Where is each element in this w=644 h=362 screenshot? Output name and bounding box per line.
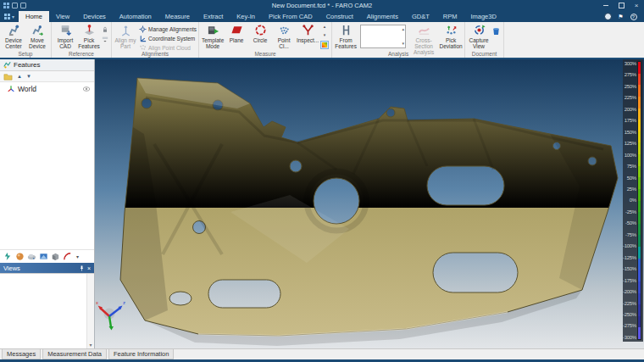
ribbon-tab[interactable]: Construct (319, 11, 360, 22)
list-scroll-up[interactable]: ▴ (402, 27, 405, 31)
restore-button[interactable] (613, 0, 629, 11)
ribbon-tab[interactable]: Extract (197, 11, 230, 22)
help-icon[interactable]: ? (630, 14, 637, 20)
pick-features-button[interactable]: Pick Features (77, 23, 101, 49)
views-scrollbar[interactable]: ▾ (86, 274, 94, 348)
chevron-down-icon: ▾ (12, 14, 14, 19)
template-mode-icon (207, 24, 219, 36)
status-tab[interactable]: Messages (2, 349, 41, 359)
auto-feature-icon[interactable] (3, 252, 13, 261)
curve-icon[interactable] (63, 252, 72, 261)
list-scroll-down[interactable]: ▾ (402, 42, 405, 46)
cross-section-analysis-icon (418, 24, 430, 36)
ribbon-tab[interactable]: GD&T (405, 11, 436, 22)
from-features-button[interactable]: From Features (334, 23, 358, 49)
views-panel-header[interactable]: Views × (0, 263, 94, 273)
features-tree: World (0, 82, 94, 249)
color-scale-segment (638, 97, 641, 109)
color-scale-label: 25% (627, 187, 636, 192)
minimize-button[interactable] (598, 0, 613, 11)
sort-descending-button[interactable]: ▼ (26, 74, 31, 79)
minimize-icon (603, 5, 608, 6)
capture-view-button[interactable]: Capture View (467, 23, 491, 49)
scroll-down-icon[interactable]: ▾ (89, 343, 92, 348)
color-scale-label: -150% (623, 266, 636, 271)
reference-more-icon[interactable] (102, 36, 108, 42)
color-scale-segment (638, 247, 641, 259)
ribbon-group-reference: Import CAD Pick Features Reference (52, 22, 112, 58)
color-scale-segment (638, 259, 641, 270)
measure-gallery-up[interactable]: ▴ (324, 25, 326, 29)
ribbon-tab[interactable]: Measure (158, 11, 197, 22)
close-panel-icon[interactable]: × (87, 265, 91, 271)
ribbon-tab[interactable]: Home (19, 11, 49, 22)
visibility-eye-icon[interactable] (82, 85, 91, 93)
plane-button[interactable]: Plane (225, 23, 248, 43)
template-mode-button[interactable]: Template Mode (201, 23, 225, 49)
move-device-button[interactable]: Move Device (25, 23, 49, 49)
manage-alignments-item[interactable]: Manage Alignments (139, 25, 197, 33)
coordinate-system-item[interactable]: Coordinate System (139, 35, 197, 42)
ribbon-tab[interactable]: Automation (113, 11, 158, 22)
inspect-button[interactable]: Inspect... (296, 23, 319, 43)
application-menu-button[interactable]: ▾ (0, 11, 19, 22)
color-scan-icon (322, 42, 327, 47)
device-center-icon (8, 24, 20, 36)
inspect-icon (302, 24, 314, 36)
ribbon-tab[interactable]: Devices (76, 11, 113, 22)
flag-icon[interactable]: ⚑ (617, 13, 625, 20)
more-filters-caret[interactable]: ▾ (76, 253, 79, 259)
ribbon-tab[interactable]: Key-In (230, 11, 262, 22)
import-cad-button[interactable]: Import CAD (53, 23, 77, 49)
measure-more-button[interactable] (320, 41, 329, 49)
coordinate-system-icon (139, 35, 147, 42)
status-tab[interactable]: Measurement Data (42, 349, 107, 359)
manage-alignments-icon (139, 25, 147, 33)
pin-icon[interactable] (79, 265, 85, 271)
color-scale-segment (638, 270, 641, 281)
align-my-part-button[interactable]: Align my Part (114, 23, 137, 49)
ribbon-tab[interactable]: RPM (436, 11, 464, 22)
point-cloud-button[interactable]: Point Cl... (272, 23, 296, 49)
quick-access-icon-2[interactable] (20, 3, 26, 8)
color-scale-segment (638, 85, 641, 97)
color-scale-segment (638, 189, 641, 201)
color-scale-segment (638, 74, 641, 86)
color-scale-segment (638, 166, 641, 178)
measure-gallery-down[interactable]: ▾ (324, 33, 326, 37)
cloud-icon[interactable] (27, 252, 36, 261)
color-scale-label: 175% (625, 118, 636, 123)
restore-icon (619, 3, 625, 8)
color-scale-segment (638, 224, 641, 236)
ribbon-tab[interactable]: Image3D (464, 11, 502, 22)
account-icon[interactable] (604, 13, 612, 20)
analysis-feature-list[interactable]: ▴ ▾ (360, 25, 406, 48)
close-button[interactable]: × (629, 0, 644, 11)
status-tab[interactable]: Feature Information (108, 349, 174, 359)
color-scale-labels: 300%275%250%225%200%175%150%125%100%75%5… (623, 61, 637, 340)
app-icon[interactable] (3, 3, 9, 8)
quick-access-icon-1[interactable] (12, 3, 18, 8)
ribbon-tab[interactable]: Alignments (360, 11, 405, 22)
tree-item-world[interactable]: World (0, 82, 94, 93)
capture-bin-icon[interactable] (491, 25, 502, 36)
circle-button[interactable]: Circle (248, 23, 272, 43)
viewport-3d[interactable]: x z (95, 59, 644, 348)
color-scale-label: -275% (623, 323, 636, 328)
lock-icon[interactable] (102, 26, 108, 33)
ribbon-group-alignments: Align my Part Manage Alignments Coordina… (112, 22, 199, 58)
plane-view-icon[interactable] (39, 252, 48, 261)
folder-icon[interactable] (3, 72, 13, 81)
ribbon-tab[interactable]: Pick From CAD (262, 11, 319, 22)
move-device-icon (31, 24, 44, 36)
color-scale-label: -200% (623, 289, 636, 294)
solid-view-icon[interactable] (51, 252, 60, 261)
sort-ascending-button[interactable]: ▲ (17, 74, 22, 79)
panel-filter-iconrow: ▾ (0, 249, 94, 263)
ribbon-tab[interactable]: View (49, 11, 76, 22)
sphere-icon[interactable] (15, 252, 25, 261)
device-center-button[interactable]: Device Center (2, 23, 25, 49)
from-features-icon (340, 24, 353, 36)
features-icon (3, 61, 11, 69)
pick-deviation-button[interactable]: Pick Deviation (439, 23, 463, 49)
